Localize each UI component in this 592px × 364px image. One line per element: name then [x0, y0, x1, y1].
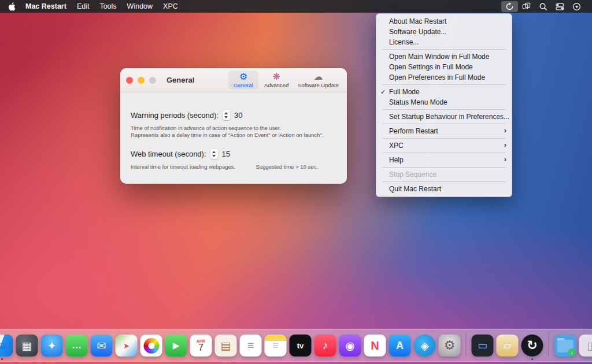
- menu-edit[interactable]: Edit: [72, 2, 95, 10]
- web-timeout-stepper[interactable]: [210, 148, 218, 159]
- dock-item-safari[interactable]: ✦: [41, 335, 63, 356]
- finder-icon: ☺: [0, 335, 13, 356]
- menu-item-label: About Mac Restart: [389, 17, 446, 25]
- tab-software-update[interactable]: ☁Software Update: [294, 70, 342, 90]
- dock-item-finder[interactable]: ☺: [0, 335, 13, 356]
- warning-desc-line2: Rapresents also a delay time in case of …: [131, 132, 324, 139]
- dock-item-mail[interactable]: ✉: [91, 335, 113, 356]
- dock-item-app-store[interactable]: A: [389, 335, 411, 356]
- web-timeout-row: Web timeout (second): 15: [131, 148, 230, 159]
- search-icon[interactable]: [535, 1, 552, 12]
- menu-item-status-menu-mode[interactable]: Status Menu Mode: [376, 97, 512, 107]
- news-icon: N: [364, 335, 386, 356]
- warning-period-stepper[interactable]: [223, 110, 230, 120]
- facetime-icon: ▶: [165, 335, 187, 356]
- dock-item-reminders[interactable]: ≡: [240, 335, 262, 356]
- windows-icon[interactable]: [518, 1, 535, 12]
- dock-item-contacts[interactable]: ▤: [215, 335, 237, 356]
- dock-item-messages[interactable]: …: [66, 335, 88, 356]
- menu-window[interactable]: Window: [122, 2, 158, 10]
- control-center-icon[interactable]: [552, 1, 568, 12]
- stepper-down-icon[interactable]: [224, 116, 228, 118]
- close-button[interactable]: [126, 77, 133, 84]
- menu-item-label: Perform Restart: [389, 127, 438, 135]
- dock-item-blue-circle-app[interactable]: ◈: [414, 335, 436, 356]
- dock-item-system-preferences[interactable]: ⚙: [439, 335, 461, 356]
- dock-item-photos[interactable]: [140, 335, 162, 356]
- dock-item-launchpad[interactable]: ▦: [16, 335, 38, 356]
- menu-item-open-preferences-in-full-mode[interactable]: Open Preferences in Full Mode: [376, 72, 512, 83]
- dock-item-maps[interactable]: ➤: [116, 335, 138, 356]
- menu-item-about-mac-restart[interactable]: About Mac Restart: [376, 16, 512, 27]
- menu-item-xpc[interactable]: XPC›: [376, 140, 512, 151]
- podcasts-glyph: ◉: [345, 339, 355, 352]
- finder-glyph: ☺: [0, 339, 8, 352]
- tv-icon: tv: [290, 335, 312, 356]
- menu-tools[interactable]: Tools: [94, 2, 121, 10]
- stepper-up-icon[interactable]: [212, 151, 216, 153]
- facetime-glyph: ▶: [173, 340, 180, 351]
- menu-xpc[interactable]: XPC: [158, 2, 183, 10]
- menu-item-quit-mac-restart[interactable]: Quit Mac Restart: [376, 184, 512, 194]
- trash-icon: ▯: [579, 335, 592, 356]
- dock-item-tv[interactable]: tv: [290, 335, 312, 356]
- music-glyph: ♪: [323, 339, 328, 352]
- dock-item-news[interactable]: N: [364, 335, 386, 356]
- photos-center: [148, 343, 154, 349]
- dock-item-mac-restart[interactable]: ↻: [521, 335, 543, 356]
- menu-item-license[interactable]: License...: [376, 37, 512, 47]
- tab-general[interactable]: ⚙General: [228, 70, 258, 90]
- web-timeout-value: 15: [222, 150, 230, 158]
- menu-item-software-update[interactable]: Software Update...: [376, 27, 512, 37]
- cloud-icon: ☁: [314, 72, 323, 81]
- restart-icon[interactable]: [501, 1, 518, 12]
- reminders-glyph: ≡: [247, 339, 254, 352]
- notes-glyph: ≡: [272, 339, 279, 352]
- safari-glyph: ✦: [47, 339, 57, 352]
- dock-item-downloads[interactable]: ↓: [554, 335, 576, 356]
- display-app-icon: ▭: [472, 335, 494, 356]
- info-icon[interactable]: [568, 1, 585, 12]
- apple-menu-icon[interactable]: [7, 2, 20, 11]
- web-timeout-label: Web timeout (second):: [131, 150, 206, 158]
- reminders-icon: ≡: [240, 335, 262, 356]
- menu-item-open-settings-in-full-mode[interactable]: Open Settings in Full Mode: [376, 62, 512, 72]
- launchpad-glyph: ▦: [22, 339, 32, 352]
- window-titlebar[interactable]: General ⚙General❋Advanced☁Software Updat…: [120, 68, 347, 92]
- dock-item-folder-stack[interactable]: ▱: [497, 335, 519, 356]
- dock-separator: [466, 332, 467, 356]
- dock-item-podcasts[interactable]: ◉: [339, 335, 361, 356]
- notes-icon: ≡: [265, 335, 287, 356]
- dock-item-trash[interactable]: ▯: [579, 335, 592, 356]
- music-icon: ♪: [314, 335, 336, 356]
- blue-circle-app-icon: ◈: [414, 335, 436, 356]
- menu-separator: [382, 181, 506, 182]
- messages-icon: …: [66, 335, 88, 356]
- mail-glyph: ✉: [97, 339, 106, 352]
- dock-item-notes[interactable]: ≡: [265, 335, 287, 356]
- dock-item-music[interactable]: ♪: [314, 335, 336, 356]
- menu-item-perform-restart[interactable]: Perform Restart›: [376, 126, 512, 136]
- toolbar-tabs: ⚙General❋Advanced☁Software Update: [228, 70, 342, 90]
- menu-item-label: Open Settings in Full Mode: [389, 63, 473, 71]
- menu-item-label: Quit Mac Restart: [389, 185, 441, 193]
- contacts-icon: ▤: [215, 335, 237, 356]
- app-store-icon: A: [389, 335, 411, 356]
- stepper-down-icon[interactable]: [212, 155, 216, 157]
- dock-item-facetime[interactable]: ▶: [165, 335, 187, 356]
- menu-item-set-startup-behaviour-in-preferences[interactable]: Set Startup Behaviour in Preferences...: [376, 112, 512, 122]
- dock-item-display-app[interactable]: ▭: [472, 335, 494, 356]
- menu-item-full-mode[interactable]: ✓Full Mode: [376, 87, 512, 97]
- stepper-up-icon[interactable]: [224, 112, 228, 114]
- photos-icon: [140, 335, 162, 356]
- menu-item-help[interactable]: Help›: [376, 155, 512, 165]
- preferences-window: General ⚙General❋Advanced☁Software Updat…: [120, 68, 347, 184]
- menu-item-open-main-window-in-full-mode[interactable]: Open Main Window in Full Mode: [376, 51, 512, 62]
- menu-item-label: Stop Sequence: [389, 170, 436, 179]
- dock-item-calendar[interactable]: APR7: [190, 335, 212, 356]
- minimize-button[interactable]: [138, 77, 145, 84]
- warning-period-label: Warning periods (second):: [131, 111, 219, 120]
- desktop-wallpaper: Mac RestartEditToolsWindowXPC About Mac …: [0, 0, 592, 364]
- menu-mac-restart[interactable]: Mac Restart: [20, 2, 72, 10]
- tab-advanced[interactable]: ❋Advanced: [261, 70, 292, 90]
